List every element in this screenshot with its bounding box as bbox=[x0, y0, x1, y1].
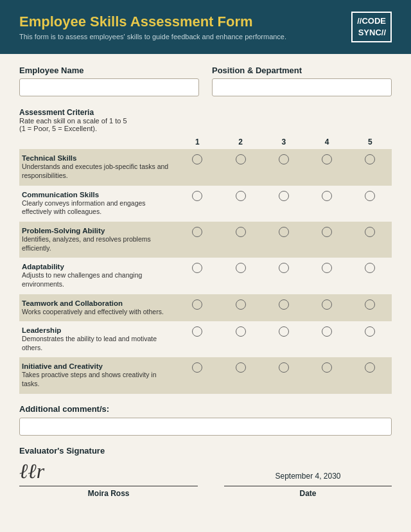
radio-cell-5-4[interactable] bbox=[305, 294, 348, 322]
radio-circle[interactable] bbox=[192, 362, 202, 373]
radio-cell-5-2[interactable] bbox=[219, 294, 262, 322]
radio-cell-5-1[interactable] bbox=[176, 294, 219, 322]
radio-cell-7-1[interactable] bbox=[176, 357, 219, 393]
radio-cell-4-2[interactable] bbox=[219, 258, 262, 294]
logo-line1: //CODE bbox=[357, 16, 386, 26]
header: Employee Skills Assessment Form This for… bbox=[0, 0, 411, 54]
sig-date-label: Date bbox=[224, 486, 392, 498]
radio-cell-4-3[interactable] bbox=[262, 258, 305, 294]
radio-circle[interactable] bbox=[322, 154, 332, 164]
radio-circle[interactable] bbox=[365, 154, 375, 164]
radio-circle[interactable] bbox=[365, 227, 375, 237]
radio-circle[interactable] bbox=[236, 263, 246, 273]
form-subtitle: This form is to assess employees' skills… bbox=[19, 33, 286, 40]
position-dept-input[interactable] bbox=[212, 78, 392, 96]
radio-cell-2-3[interactable] bbox=[262, 186, 305, 222]
radio-circle[interactable] bbox=[322, 299, 332, 310]
comment-label: Additional comment/s: bbox=[19, 404, 392, 414]
radio-cell-3-3[interactable] bbox=[262, 222, 305, 258]
radio-circle[interactable] bbox=[279, 299, 289, 310]
radio-cell-6-2[interactable] bbox=[219, 321, 262, 357]
sig-left: Evaluator's Signature ℓℓr Moira Ross bbox=[19, 446, 198, 498]
col-header-3: 3 bbox=[262, 135, 305, 149]
radio-cell-1-3[interactable] bbox=[262, 149, 305, 185]
radio-cell-4-5[interactable] bbox=[349, 258, 392, 294]
radio-circle[interactable] bbox=[279, 227, 289, 237]
radio-circle[interactable] bbox=[192, 191, 202, 201]
radio-circle[interactable] bbox=[365, 263, 375, 273]
radio-cell-5-3[interactable] bbox=[262, 294, 305, 322]
table-row: AdaptabilityAdjusts to new challenges an… bbox=[19, 258, 392, 294]
radio-circle[interactable] bbox=[365, 326, 375, 337]
radio-circle[interactable] bbox=[322, 263, 332, 273]
radio-circle[interactable] bbox=[365, 299, 375, 310]
criteria-sub2: (1 = Poor, 5 = Excellent). bbox=[19, 125, 392, 132]
radio-cell-7-3[interactable] bbox=[262, 357, 305, 393]
col-header-5: 5 bbox=[349, 135, 392, 149]
radio-cell-1-4[interactable] bbox=[305, 149, 348, 185]
radio-cell-3-5[interactable] bbox=[349, 222, 392, 258]
header-left: Employee Skills Assessment Form This for… bbox=[19, 13, 286, 40]
radio-cell-1-1[interactable] bbox=[176, 149, 219, 185]
radio-circle[interactable] bbox=[236, 299, 246, 310]
col-header-2: 2 bbox=[219, 135, 262, 149]
col-header-1: 1 bbox=[176, 135, 219, 149]
radio-circle[interactable] bbox=[322, 362, 332, 373]
radio-cell-3-1[interactable] bbox=[176, 222, 219, 258]
radio-circle[interactable] bbox=[279, 154, 289, 164]
radio-circle[interactable] bbox=[192, 263, 202, 273]
employee-name-input[interactable] bbox=[19, 78, 199, 96]
radio-cell-3-4[interactable] bbox=[305, 222, 348, 258]
skill-cell: Teamwork and CollaborationWorks cooperat… bbox=[19, 294, 176, 322]
radio-circle[interactable] bbox=[365, 191, 375, 201]
radio-cell-1-2[interactable] bbox=[219, 149, 262, 185]
sig-date-value: September 4, 2030 bbox=[224, 472, 392, 481]
radio-cell-1-5[interactable] bbox=[349, 149, 392, 185]
radio-circle[interactable] bbox=[236, 362, 246, 373]
position-dept-label: Position & Department bbox=[212, 66, 392, 75]
radio-circle[interactable] bbox=[365, 362, 375, 373]
radio-circle[interactable] bbox=[322, 326, 332, 337]
radio-cell-7-4[interactable] bbox=[305, 357, 348, 393]
radio-circle[interactable] bbox=[236, 227, 246, 237]
radio-cell-2-5[interactable] bbox=[349, 186, 392, 222]
radio-circle[interactable] bbox=[236, 326, 246, 337]
radio-circle[interactable] bbox=[279, 263, 289, 273]
radio-cell-4-1[interactable] bbox=[176, 258, 219, 294]
sig-name: Moira Ross bbox=[19, 489, 198, 498]
signature-section: Evaluator's Signature ℓℓr Moira Ross Sep… bbox=[19, 446, 392, 498]
comment-input[interactable] bbox=[19, 418, 392, 436]
radio-circle[interactable] bbox=[192, 299, 202, 310]
radio-circle[interactable] bbox=[192, 227, 202, 237]
radio-circle[interactable] bbox=[322, 191, 332, 201]
radio-circle[interactable] bbox=[236, 154, 246, 164]
radio-circle[interactable] bbox=[236, 191, 246, 201]
radio-circle[interactable] bbox=[279, 326, 289, 337]
radio-cell-6-5[interactable] bbox=[349, 321, 392, 357]
radio-circle[interactable] bbox=[279, 191, 289, 201]
radio-circle[interactable] bbox=[279, 362, 289, 373]
radio-cell-2-4[interactable] bbox=[305, 186, 348, 222]
radio-circle[interactable] bbox=[192, 326, 202, 337]
radio-cell-2-2[interactable] bbox=[219, 186, 262, 222]
table-row: Communication SkillsClearly conveys info… bbox=[19, 186, 392, 222]
radio-cell-6-4[interactable] bbox=[305, 321, 348, 357]
radio-cell-7-5[interactable] bbox=[349, 357, 392, 393]
sig-image: ℓℓr bbox=[19, 459, 198, 484]
table-row: Initiative and CreativityTakes proactive… bbox=[19, 357, 392, 393]
radio-cell-5-5[interactable] bbox=[349, 294, 392, 322]
radio-cell-3-2[interactable] bbox=[219, 222, 262, 258]
table-row: LeadershipDemonstrates the ability to le… bbox=[19, 321, 392, 357]
sig-line bbox=[19, 486, 198, 486]
radio-circle[interactable] bbox=[192, 154, 202, 164]
radio-circle[interactable] bbox=[322, 227, 332, 237]
skill-cell: Problem-Solving AbilityIdentifies, analy… bbox=[19, 222, 176, 258]
radio-cell-6-3[interactable] bbox=[262, 321, 305, 357]
radio-cell-6-1[interactable] bbox=[176, 321, 219, 357]
radio-cell-4-4[interactable] bbox=[305, 258, 348, 294]
radio-cell-2-1[interactable] bbox=[176, 186, 219, 222]
comment-section: Additional comment/s: bbox=[19, 404, 392, 436]
logo-line2: SYNC// bbox=[358, 28, 386, 37]
radio-cell-7-2[interactable] bbox=[219, 357, 262, 393]
skill-cell: AdaptabilityAdjusts to new challenges an… bbox=[19, 258, 176, 294]
